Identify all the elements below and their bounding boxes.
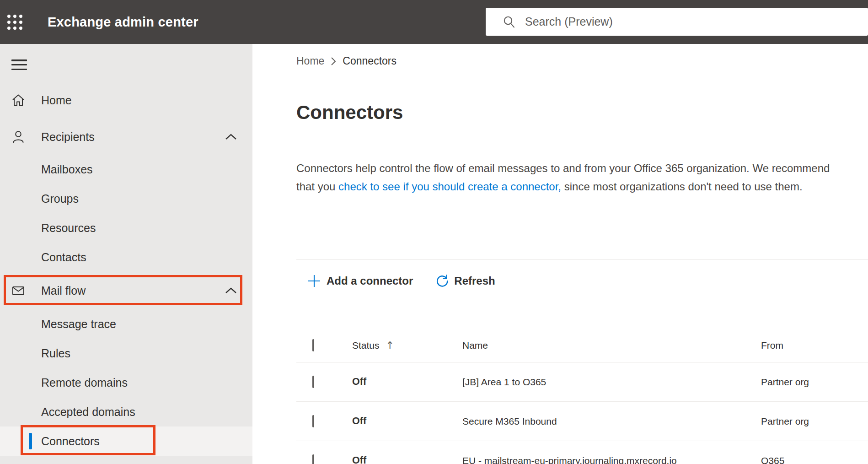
search-icon [502, 15, 516, 29]
app-launcher-icon [7, 15, 22, 30]
app-title: Exchange admin center [48, 15, 198, 30]
sidebar-item-label: Mailboxes [41, 163, 93, 176]
sidebar-item-label: Groups [41, 192, 79, 205]
sidebar-item-label: Recipients [41, 130, 95, 144]
sidebar-item-label: Message trace [41, 318, 116, 331]
connectors-table: Status ↑ Name From Off [JB] Area 1 to O3… [296, 329, 868, 464]
cell-status: Off [352, 455, 462, 464]
sidebar-item-accepted-domains[interactable]: Accepted domains [0, 397, 252, 426]
sidebar-item-label: Rules [41, 347, 70, 360]
column-header-status[interactable]: Status [352, 340, 380, 351]
top-bar: Exchange admin center [0, 0, 868, 44]
select-all-checkbox[interactable] [312, 339, 314, 351]
cell-name[interactable]: EU - mailstream-eu-primary.journaling.mx… [462, 455, 761, 464]
sidebar-item-recipients[interactable]: Recipients [0, 122, 252, 151]
add-connector-label: Add a connector [327, 275, 413, 287]
table-row[interactable]: Off Secure M365 Inbound Partner org [296, 402, 868, 441]
sidebar-item-contacts[interactable]: Contacts [0, 243, 252, 272]
home-icon [11, 93, 26, 108]
sidebar-item-groups[interactable]: Groups [0, 184, 252, 213]
selected-indicator [29, 433, 32, 449]
cell-from: O365 [761, 455, 868, 464]
row-checkbox[interactable] [312, 415, 314, 427]
sidebar-item-label: Remote domains [41, 376, 128, 389]
cell-name[interactable]: Secure M365 Inbound [462, 416, 761, 427]
toolbar-divider [296, 259, 868, 259]
row-checkbox[interactable] [312, 454, 314, 464]
refresh-button[interactable]: Refresh [432, 274, 498, 288]
cell-status: Off [352, 376, 462, 388]
sidebar-item-mail-flow[interactable]: Mail flow [0, 276, 252, 305]
sidebar-navigation: Home Recipients Mailboxes Groups Resourc… [0, 44, 252, 464]
main-content: Home Connectors Connectors Connectors he… [252, 44, 868, 464]
page-description: Connectors help control the flow of emai… [296, 159, 850, 196]
breadcrumb-home-link[interactable]: Home [296, 55, 324, 67]
table-row[interactable]: Off EU - mailstream-eu-primary.journalin… [296, 441, 868, 464]
hamburger-menu-button[interactable] [11, 59, 27, 70]
cell-from: Partner org [761, 416, 868, 427]
person-icon [11, 129, 26, 144]
refresh-label: Refresh [454, 275, 495, 287]
search-box[interactable] [486, 8, 868, 36]
sidebar-item-label: Home [41, 94, 72, 107]
add-connector-button[interactable]: Add a connector [304, 273, 416, 289]
breadcrumb: Home Connectors [296, 55, 396, 67]
sidebar-item-connectors[interactable]: Connectors [0, 426, 252, 456]
create-connector-check-link[interactable]: check to see if you should create a conn… [338, 180, 561, 193]
description-text-after: since most organizations don't need to u… [561, 180, 803, 193]
chevron-up-icon[interactable] [225, 134, 237, 140]
row-checkbox[interactable] [312, 376, 314, 388]
breadcrumb-current: Connectors [343, 55, 396, 67]
cell-name[interactable]: [JB] Area 1 to O365 [462, 377, 761, 388]
sidebar-item-remote-domains[interactable]: Remote domains [0, 368, 252, 397]
sidebar-item-label: Accepted domains [41, 405, 135, 419]
sidebar-item-label: Resources [41, 221, 96, 235]
sidebar-item-label: Mail flow [41, 284, 86, 297]
sidebar-item-label: Contacts [41, 251, 86, 264]
toolbar: Add a connector Refresh [304, 268, 498, 294]
mail-icon [11, 283, 26, 298]
app-launcher-button[interactable] [0, 0, 29, 44]
sidebar-item-home[interactable]: Home [0, 86, 252, 115]
column-header-from[interactable]: From [761, 340, 868, 351]
column-header-name[interactable]: Name [462, 340, 761, 351]
table-header-row: Status ↑ Name From [296, 329, 868, 362]
chevron-up-icon[interactable] [225, 287, 237, 294]
refresh-icon [435, 274, 450, 288]
sidebar-item-resources[interactable]: Resources [0, 213, 252, 243]
exchange-admin-center-page: Exchange admin center Home [0, 0, 868, 464]
sidebar-item-message-trace[interactable]: Message trace [0, 309, 252, 339]
cell-from: Partner org [761, 377, 868, 388]
sidebar-item-label: Connectors [41, 435, 100, 448]
table-row[interactable]: Off [JB] Area 1 to O365 Partner org [296, 362, 868, 402]
sidebar-item-mailboxes[interactable]: Mailboxes [0, 155, 252, 184]
cell-status: Off [352, 415, 462, 427]
chevron-right-icon [331, 57, 336, 66]
sidebar-item-rules[interactable]: Rules [0, 339, 252, 368]
sort-ascending-icon[interactable]: ↑ [386, 340, 394, 351]
search-input[interactable] [524, 15, 800, 29]
plus-icon [306, 273, 322, 289]
page-title: Connectors [296, 101, 403, 124]
